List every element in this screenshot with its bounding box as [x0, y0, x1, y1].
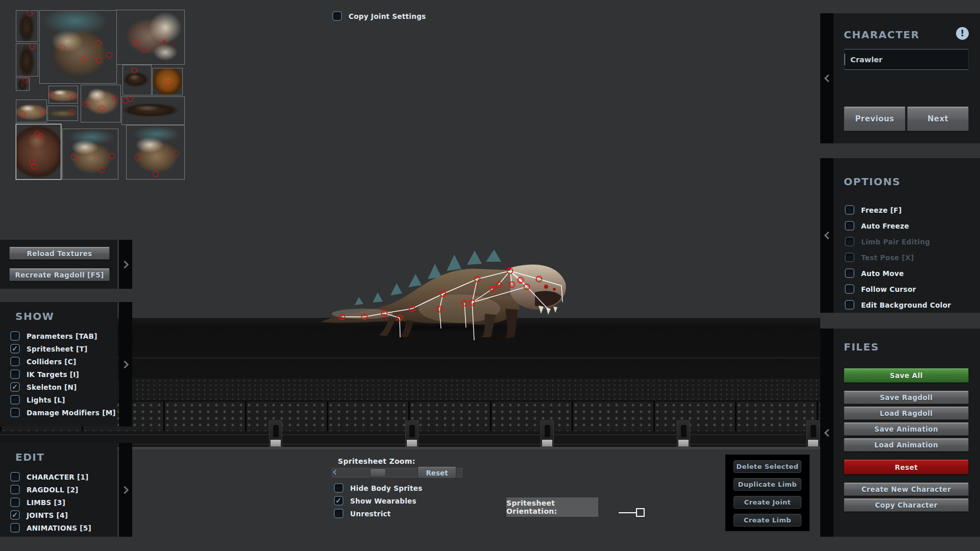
- options-panel: OPTIONS Freeze [F]Auto FreezeLimb Pair E…: [834, 158, 980, 313]
- freeze-f-checkbox[interactable]: [845, 205, 854, 215]
- delete-selected-button[interactable]: Delete Selected: [733, 460, 801, 473]
- colliders-c-checkbox[interactable]: [10, 357, 20, 366]
- sprite-box-body[interactable]: [48, 86, 78, 104]
- joint-marker[interactable]: [141, 47, 148, 53]
- joint-marker[interactable]: [81, 56, 87, 62]
- limb-operations-panel: Delete SelectedDuplicate LimbCreate Join…: [725, 455, 810, 531]
- joint-marker[interactable]: [134, 155, 140, 161]
- lights-l-checkbox[interactable]: [10, 395, 20, 405]
- auto-freeze-checkbox[interactable]: [845, 221, 854, 231]
- sprite-box-claw[interactable]: [121, 96, 185, 125]
- show-wearables-label: Show Wearables: [350, 497, 416, 505]
- follow-cursor-checkbox[interactable]: [845, 284, 854, 294]
- spritesheet-zoom-slider-handle[interactable]: [370, 468, 386, 477]
- sprite-box-body[interactable]: [16, 99, 47, 122]
- joint-marker[interactable]: [31, 163, 37, 169]
- joint-marker[interactable]: [99, 167, 105, 173]
- joint-marker[interactable]: [127, 96, 133, 102]
- show-wearables-checkbox[interactable]: ✓: [334, 496, 344, 506]
- save-animation-button[interactable]: Save Animation: [844, 422, 969, 436]
- joints-4-label: JOINTS [4]: [27, 511, 68, 519]
- spritesheet-zoom-reset-button[interactable]: Reset: [418, 467, 456, 479]
- sprite-box-branch[interactable]: [16, 10, 38, 42]
- joints-4-checkbox[interactable]: ✓: [10, 510, 20, 520]
- joint-marker[interactable]: [133, 40, 139, 46]
- sprite-box-snout[interactable]: [81, 85, 121, 122]
- duplicate-limb-button[interactable]: Duplicate Limb: [733, 478, 801, 491]
- joint-marker[interactable]: [19, 111, 25, 117]
- colliders-c-label: Colliders [C]: [27, 358, 76, 366]
- create-new-character-button[interactable]: Create New Character: [844, 483, 969, 496]
- sprite-box-torso[interactable]: [39, 10, 117, 84]
- options-panel-collapse-button[interactable]: [820, 158, 834, 313]
- joint-marker[interactable]: [99, 106, 105, 112]
- save-all-button[interactable]: Save All: [844, 368, 969, 383]
- save-ragdoll-button[interactable]: Save Ragdoll: [844, 391, 969, 404]
- show-panel-collapse-button[interactable]: [119, 302, 132, 427]
- joint-marker[interactable]: [112, 95, 118, 102]
- edit-panel-collapse-button[interactable]: [119, 443, 132, 537]
- sprite-box-segment[interactable]: [126, 125, 185, 180]
- sprite-box-head[interactable]: [116, 10, 185, 65]
- sprite-box-branch[interactable]: [16, 43, 38, 77]
- joint-marker[interactable]: [22, 77, 29, 83]
- auto-move-label: Auto Move: [861, 269, 904, 278]
- joint-marker[interactable]: [29, 43, 35, 49]
- copy-joint-settings-checkbox[interactable]: [332, 11, 342, 21]
- skeleton-n-checkbox[interactable]: ✓: [10, 382, 20, 392]
- joint-marker[interactable]: [27, 10, 33, 16]
- joint-marker[interactable]: [95, 40, 102, 46]
- joint-marker[interactable]: [71, 154, 77, 160]
- create-joint-button[interactable]: Create Joint: [733, 496, 801, 509]
- joint-marker[interactable]: [38, 134, 44, 140]
- sprite-box-orange[interactable]: [152, 68, 183, 95]
- joint-marker[interactable]: [49, 91, 55, 97]
- hide-body-sprites-checkbox[interactable]: [334, 483, 344, 493]
- joint-marker[interactable]: [69, 109, 75, 115]
- ik-targets-i-checkbox[interactable]: [10, 369, 20, 379]
- character-name-input[interactable]: Crawler: [844, 49, 969, 70]
- joint-marker[interactable]: [173, 151, 179, 157]
- joint-marker[interactable]: [106, 52, 112, 58]
- reload-textures-button[interactable]: Reload Textures: [9, 247, 110, 260]
- parameters-tab-checkbox[interactable]: [10, 331, 20, 341]
- exclamation-icon[interactable]: !: [956, 27, 969, 40]
- files-panel-collapse-button[interactable]: [820, 329, 834, 537]
- spritesheet-t-checkbox[interactable]: ✓: [10, 344, 20, 354]
- joint-marker[interactable]: [83, 101, 89, 107]
- joint-marker[interactable]: [59, 45, 65, 51]
- sprite-box-fin[interactable]: [47, 106, 78, 121]
- joint-marker[interactable]: [153, 171, 159, 177]
- next-character-button[interactable]: Next: [907, 107, 969, 131]
- sprite-box-claw[interactable]: [122, 65, 152, 95]
- reset-button[interactable]: Reset: [844, 460, 969, 474]
- character-1-checkbox[interactable]: [10, 472, 20, 482]
- damage-modifiers-m-checkbox[interactable]: [10, 408, 20, 417]
- create-limb-button[interactable]: Create Limb: [733, 514, 801, 527]
- edit-panel-title: EDIT: [15, 451, 117, 463]
- post-foot: [271, 440, 281, 446]
- animations-5-checkbox[interactable]: [10, 523, 20, 533]
- limbs-3-checkbox[interactable]: [10, 497, 20, 507]
- load-animation-button[interactable]: Load Animation: [844, 438, 969, 452]
- load-ragdoll-button[interactable]: Load Ragdoll: [844, 407, 969, 420]
- auto-move-checkbox[interactable]: [845, 268, 854, 278]
- previous-character-button[interactable]: Previous: [844, 107, 905, 131]
- joint-marker[interactable]: [131, 67, 137, 73]
- edit-background-color-checkbox[interactable]: [845, 300, 854, 310]
- ragdoll-2-checkbox[interactable]: [10, 485, 20, 494]
- sprite-box-segment[interactable]: [62, 129, 118, 180]
- unrestrict-checkbox[interactable]: [334, 509, 344, 518]
- sprite-box-branch[interactable]: [16, 78, 30, 91]
- copy-character-button[interactable]: Copy Character: [844, 498, 969, 512]
- joint-marker[interactable]: [71, 94, 77, 101]
- joint-marker[interactable]: [96, 57, 102, 63]
- orientation-handle[interactable]: [636, 508, 645, 517]
- character-panel-collapse-button[interactable]: [820, 13, 834, 143]
- joint-marker[interactable]: [40, 109, 46, 115]
- texture-tools-collapse-button[interactable]: [119, 240, 132, 289]
- joint-marker[interactable]: [165, 80, 172, 86]
- joint-marker[interactable]: [109, 153, 115, 159]
- sprite-box-round-selected[interactable]: [16, 124, 61, 180]
- recreate-ragdoll-button[interactable]: Recreate Ragdoll [F5]: [9, 268, 110, 281]
